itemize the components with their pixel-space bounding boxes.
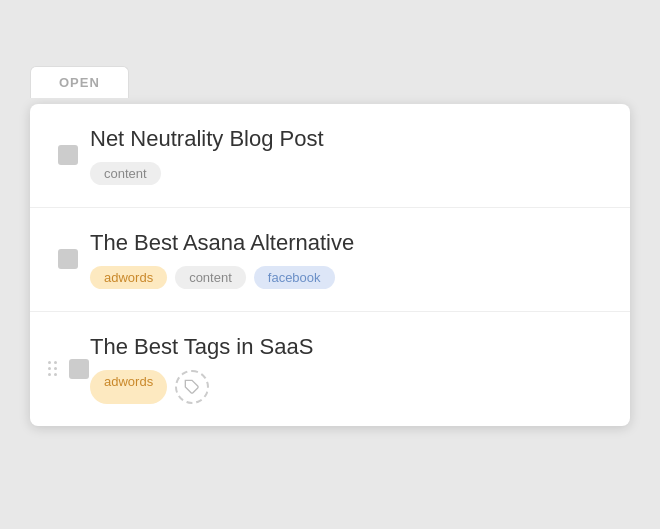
open-tab[interactable]: OPEN — [30, 66, 129, 98]
tag-facebook-2[interactable]: facebook — [254, 266, 335, 289]
drag-dot — [48, 361, 51, 364]
list-item: Net Neutrality Blog Post content — [30, 104, 630, 208]
checkbox-2[interactable] — [58, 249, 78, 269]
checkbox-3[interactable] — [69, 359, 89, 379]
tags-2: adwords content facebook — [90, 266, 610, 289]
tags-3: adwords — [90, 370, 610, 404]
tag-adwords-3[interactable]: adwords — [90, 370, 167, 404]
row-content-3: The Best Tags in SaaS adwords — [90, 334, 610, 404]
main-card: OPEN Net Neutrality Blog Post content Th… — [30, 104, 630, 426]
drag-handle[interactable] — [48, 361, 57, 376]
open-tab-label: OPEN — [59, 75, 100, 90]
drag-dot — [54, 361, 57, 364]
checkbox-1[interactable] — [58, 145, 78, 165]
tag-content-2[interactable]: content — [175, 266, 246, 289]
drag-dot — [54, 373, 57, 376]
add-tag-button[interactable] — [175, 370, 209, 404]
list-item: The Best Tags in SaaS adwords — [30, 312, 630, 426]
tags-1: content — [90, 162, 610, 185]
tag-content-1[interactable]: content — [90, 162, 161, 185]
drag-dot — [48, 367, 51, 370]
row-title-2: The Best Asana Alternative — [90, 230, 610, 256]
tag-icon — [184, 379, 200, 395]
list-item: The Best Asana Alternative adwords conte… — [30, 208, 630, 312]
checkbox-area-3 — [46, 359, 90, 379]
drag-dot — [48, 373, 51, 376]
row-content-2: The Best Asana Alternative adwords conte… — [90, 230, 610, 289]
checkbox-area-2 — [46, 249, 90, 269]
row-content-1: Net Neutrality Blog Post content — [90, 126, 610, 185]
row-title-1: Net Neutrality Blog Post — [90, 126, 610, 152]
checkbox-area-1 — [46, 145, 90, 165]
row-title-3: The Best Tags in SaaS — [90, 334, 610, 360]
drag-dot — [54, 367, 57, 370]
tag-adwords-2[interactable]: adwords — [90, 266, 167, 289]
